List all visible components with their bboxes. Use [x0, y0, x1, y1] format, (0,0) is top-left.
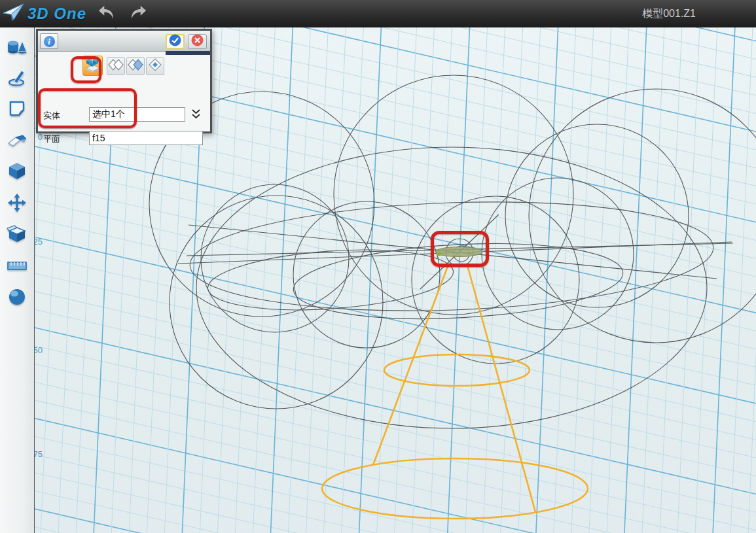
select-solid-icon [84, 56, 101, 76]
dialog-body: 实体 平面 [38, 52, 210, 131]
entity-field-row: 实体 [38, 107, 210, 123]
sidebar-item-primitives[interactable] [4, 35, 30, 60]
material-sphere-icon [7, 287, 27, 309]
select-solid-button[interactable] [82, 56, 103, 76]
sidebar-item-move[interactable] [4, 192, 30, 216]
combine-box-icon [7, 224, 27, 247]
selected-face-highlight [435, 247, 482, 257]
select-vertex-icon [147, 58, 163, 75]
trim-icon [7, 131, 27, 151]
sidebar-item-sketch-surface[interactable] [4, 97, 30, 122]
select-faces-button[interactable] [107, 57, 125, 75]
feature-cube-icon [7, 162, 27, 184]
sidebar-item-sketch[interactable] [4, 66, 30, 91]
selection-filter-row [38, 54, 210, 77]
plane-field-label: 平面 [43, 133, 60, 145]
dialog-titlebar: i [38, 31, 210, 52]
top-toolbar: 3D One 模型001.Z1 [0, 0, 756, 27]
paper-plane-icon [3, 3, 25, 25]
expand-options-button[interactable] [191, 109, 202, 120]
redo-button[interactable] [127, 4, 149, 24]
sidebar-item-trim[interactable] [4, 129, 30, 154]
info-button[interactable]: i [40, 33, 58, 49]
sidebar-item-combine[interactable] [4, 223, 30, 248]
document-title: 模型001.Z1 [642, 7, 696, 21]
select-face-button[interactable] [126, 57, 145, 75]
measure-ruler-icon [7, 258, 27, 276]
sidebar-item-feature[interactable] [4, 160, 30, 185]
app-logo-text: 3D One [27, 5, 86, 23]
app-logo: 3D One [3, 3, 86, 25]
titlebar-accent [166, 51, 210, 55]
sidebar-item-material[interactable] [4, 286, 30, 311]
plane-field-row: 平面 [38, 131, 210, 146]
info-icon: i [44, 36, 55, 47]
select-faces-icon [108, 58, 124, 75]
redo-arrow-icon [128, 4, 148, 24]
viewport-3d-canvas[interactable]: 0255075 i [35, 27, 756, 533]
app-window: 3D One 模型001.Z1 [0, 0, 756, 533]
command-dialog: i [36, 29, 212, 133]
double-chevron-down-icon [191, 111, 201, 122]
plane-field-input[interactable] [89, 131, 203, 145]
accept-button[interactable] [166, 34, 185, 49]
move-icon [7, 193, 27, 215]
cancel-button[interactable] [188, 34, 207, 49]
entity-field-label: 实体 [43, 110, 60, 122]
select-vertex-button[interactable] [146, 57, 164, 75]
accept-check-icon [169, 34, 181, 49]
select-face-icon [128, 58, 143, 75]
sidebar-item-measure[interactable] [4, 254, 30, 279]
primitives-icon [7, 37, 27, 58]
undo-arrow-icon [97, 4, 117, 24]
tool-sidebar [0, 27, 35, 533]
close-x-icon [191, 34, 204, 49]
undo-button[interactable] [96, 4, 118, 24]
sketch-icon [7, 67, 27, 90]
surface-sheet-icon [7, 99, 27, 121]
entity-field-input[interactable] [89, 107, 185, 122]
